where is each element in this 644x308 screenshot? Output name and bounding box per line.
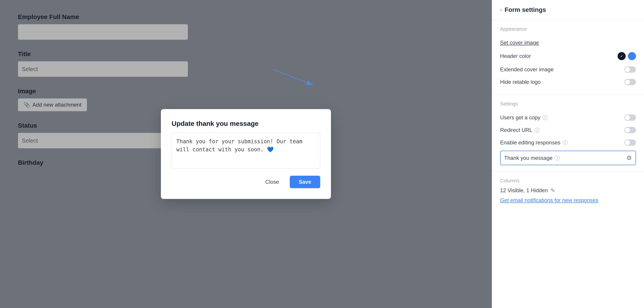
extended-cover-row: Extended cover image (500, 63, 636, 76)
email-notifications-link[interactable]: Get email notifications for new response… (500, 197, 598, 203)
sidebar-header: › Form settings (492, 0, 644, 20)
columns-label: Columns (500, 178, 636, 184)
close-button[interactable]: Close (258, 176, 286, 188)
columns-section: Columns 12 Visible, 1 Hidden ✎ Get email… (492, 172, 644, 210)
checkmark-icon: ✓ (620, 54, 624, 58)
enable-editing-toggle[interactable] (624, 139, 636, 146)
extended-cover-label: Extended cover image (500, 66, 554, 73)
settings-label: Settings (500, 101, 636, 107)
form-area: Employee Full Name Title Select Image 📎 … (0, 0, 492, 308)
update-thank-you-modal: Update thank you message Thank you for y… (161, 109, 331, 199)
header-color-label: Header color (500, 53, 531, 59)
chevron-right-icon: › (500, 7, 502, 13)
enable-editing-row: Enable editing responses i (500, 136, 636, 149)
enable-editing-label: Enable editing responses (500, 139, 560, 146)
svg-line-1 (273, 69, 313, 85)
blue-swatch[interactable] (628, 52, 636, 60)
set-cover-image-row: Set cover image (500, 36, 636, 49)
modal-title: Update thank you message (172, 120, 320, 127)
settings-section: Settings Users get a copy i Redirect URL… (492, 95, 644, 172)
thank-you-label: Thank you message (504, 155, 552, 161)
hide-logo-toggle[interactable] (624, 79, 636, 85)
modal-overlay: Update thank you message Thank you for y… (0, 0, 492, 308)
thank-you-left: Thank you message i (504, 155, 560, 161)
modal-textarea[interactable]: Thank you for your submission! Our team … (172, 133, 320, 169)
columns-count: 12 Visible, 1 Hidden (500, 187, 548, 194)
save-button[interactable]: Save (290, 176, 320, 188)
thank-you-info-icon[interactable]: i (555, 156, 560, 160)
users-copy-row: Users get a copy i (500, 111, 636, 124)
extended-cover-toggle[interactable] (624, 66, 636, 73)
modal-actions: Close Save (172, 176, 320, 188)
redirect-url-toggle[interactable] (624, 127, 636, 133)
thank-you-message-row: Thank you message i ⚙ (500, 151, 636, 165)
users-copy-label: Users get a copy (500, 114, 540, 121)
set-cover-image-link[interactable]: Set cover image (500, 39, 539, 46)
redirect-url-info-icon[interactable]: i (534, 128, 540, 133)
users-copy-toggle[interactable] (624, 114, 636, 121)
dark-swatch[interactable]: ✓ (618, 52, 626, 60)
set-cover-image-left: Set cover image (500, 39, 539, 46)
gear-icon[interactable]: ⚙ (626, 154, 632, 162)
enable-editing-info-icon[interactable]: i (563, 140, 568, 145)
appearance-label: Appearance (500, 26, 636, 32)
redirect-url-row: Redirect URL i (500, 124, 636, 136)
hide-logo-label: Hide retable logo (500, 79, 540, 85)
extended-cover-left: Extended cover image (500, 66, 554, 73)
header-color-row: Header color ✓ (500, 49, 636, 63)
hide-logo-left: Hide retable logo (500, 79, 540, 85)
settings-sidebar: › Form settings Appearance Set cover ima… (492, 0, 644, 308)
users-copy-info-icon[interactable]: i (543, 115, 548, 120)
appearance-section: Appearance Set cover image Header color … (492, 20, 644, 95)
hide-logo-row: Hide retable logo (500, 76, 636, 88)
color-swatches: ✓ (618, 52, 636, 60)
columns-info: 12 Visible, 1 Hidden ✎ (500, 187, 636, 194)
redirect-url-label: Redirect URL (500, 127, 532, 133)
edit-icon[interactable]: ✎ (550, 187, 555, 194)
users-copy-left: Users get a copy i (500, 114, 548, 121)
redirect-url-left: Redirect URL i (500, 127, 540, 133)
enable-editing-left: Enable editing responses i (500, 139, 568, 146)
sidebar-title: Form settings (504, 6, 546, 13)
